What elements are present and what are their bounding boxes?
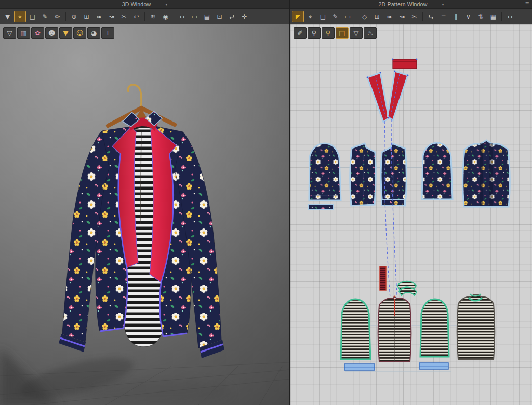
wind-icon[interactable]: ≋ (147, 11, 159, 22)
notch-icon[interactable]: ∨ (462, 11, 474, 22)
titlebar-3d: 3D Window ▾ (0, 0, 289, 9)
edit-curve-icon[interactable]: ✏ (51, 11, 63, 22)
pattern-piece-cuff-strip-right[interactable] (419, 363, 448, 369)
floral-pattern-pieces (309, 140, 510, 210)
shadow (0, 348, 231, 405)
toolbar-separator (422, 12, 423, 21)
garment-fit-icon[interactable]: ▼ (59, 27, 72, 39)
panel-3d-window: 3D Window ▾ ▼⌖□✎✏⊕⊞≈↝✂↩≋◉↔▭▤⊡⇄✛ ▽▦✿☻▼☺◕⊥ (0, 0, 289, 405)
steam-iron-icon[interactable]: ♨ (364, 27, 377, 39)
panel-2d-window: 2D Pattern Window ▾ ≣ ◤⌖□✎▭◇⊞≈↝✂⇆≡∥∨⇅▦↔ … (290, 0, 532, 405)
fold-arrangement-icon[interactable]: ↩ (130, 11, 142, 22)
pressure-icon[interactable]: ◉ (159, 11, 171, 22)
pattern-piece-neckband[interactable] (397, 281, 417, 295)
dart-icon[interactable]: ◇ (358, 11, 370, 22)
flatten-icon[interactable]: ▤ (201, 11, 213, 22)
edit-point-icon[interactable]: □ (317, 11, 329, 22)
pattern-piece-strip-a[interactable] (309, 205, 334, 210)
tack-icon[interactable]: ⊞ (81, 11, 92, 22)
pattern-piece-collar-band[interactable] (393, 59, 417, 69)
seam-icon[interactable]: ≈ (383, 11, 395, 22)
grid-snap-icon[interactable]: ⊡ (214, 11, 225, 22)
pattern-piece-shirt-back[interactable] (457, 294, 495, 360)
cloth-texture-icon[interactable]: ▦ (17, 27, 30, 39)
zoom-pen-icon[interactable]: ⚲ (308, 27, 321, 39)
pattern-piece-sleeve-left[interactable] (309, 143, 341, 200)
pattern-piece-cuff-strip-left[interactable] (344, 364, 375, 370)
toolbar-separator (501, 12, 502, 21)
grid-pattern-icon[interactable]: ⊞ (371, 11, 383, 22)
title-3d-window: 3D Window (122, 1, 151, 7)
title-2d-pattern-window: 2D Pattern Window (379, 1, 428, 7)
toolbar-separator (356, 12, 356, 21)
toolbar-3d-display: ▽▦✿☻▼☺◕⊥ (3, 27, 114, 39)
symmetry-icon[interactable]: ⇆ (425, 11, 437, 22)
pin-needle-icon[interactable]: ✐ (294, 27, 307, 39)
pattern-piece-shirt-sleeve-right[interactable] (420, 299, 449, 357)
titlebar-2d: 2D Pattern Window ▾ ≣ (290, 0, 532, 9)
pattern-piece-placket[interactable] (380, 266, 386, 290)
cut-icon[interactable]: ✂ (408, 11, 420, 22)
toolbar-2d-display: ✐⚲⚲▤▽♨ (294, 27, 377, 39)
swap-pattern-icon[interactable]: ⇄ (226, 11, 238, 22)
detach-sewing-icon[interactable]: ✂ (118, 11, 130, 22)
rectangle-tool-icon[interactable]: ▭ (342, 11, 354, 22)
dropdown-caret-icon[interactable]: ▾ (165, 2, 167, 7)
texture-edit-icon[interactable]: ▦ (487, 11, 499, 22)
striped-pattern-pieces (341, 294, 495, 370)
colorway-icon[interactable]: ✿ (31, 27, 44, 39)
magnifier-icon[interactable]: ⚲ (322, 27, 335, 39)
pin-icon[interactable]: ⊕ (68, 11, 80, 22)
swap-icon[interactable]: ⇅ (475, 11, 487, 22)
transform-pattern-icon[interactable]: ◤ (292, 11, 304, 22)
measure-stand-icon[interactable]: ⊥ (101, 27, 114, 39)
layers-icon[interactable]: ≡ (437, 11, 449, 22)
viewport-3d[interactable]: ▽▦✿☻▼☺◕⊥ (0, 24, 289, 405)
avatar-pose-icon[interactable]: ☺ (73, 27, 86, 39)
measure-2d-icon[interactable]: ↔ (504, 11, 516, 22)
ruler-icon[interactable]: ▭ (189, 11, 201, 22)
clo-3d-app: 3D Window ▾ ▼⌖□✎✏⊕⊞≈↝✂↩≋◉↔▭▤⊡⇄✛ ▽▦✿☻▼☺◕⊥ (0, 0, 532, 405)
simulate-icon[interactable]: ▼ (2, 11, 14, 22)
garment-3d[interactable] (59, 111, 224, 358)
pattern-piece-lapel-right[interactable] (388, 71, 408, 120)
shirt-display-icon[interactable]: ▽ (350, 27, 363, 39)
dropdown-caret-icon[interactable]: ▾ (442, 2, 444, 7)
pattern-piece-front-left[interactable] (350, 143, 376, 206)
edit-pattern-icon[interactable]: ⌖ (304, 11, 316, 22)
select-box-icon[interactable]: □ (26, 11, 38, 22)
toolbar-separator (65, 12, 66, 21)
viewport-2d[interactable]: ✐⚲⚲▤▽♨ (290, 24, 532, 405)
2d-pattern-scene (290, 24, 532, 405)
pen-3d-icon[interactable]: ✎ (39, 11, 51, 22)
pattern-piece-lapel-left[interactable] (367, 73, 389, 122)
fabric-folder-icon[interactable]: ▤ (336, 27, 349, 39)
pattern-piece-shirt-sleeve-left[interactable] (341, 299, 370, 359)
free-sewing-icon[interactable]: ↝ (105, 11, 117, 22)
add-point-icon[interactable]: ✎ (329, 11, 341, 22)
select-move-icon[interactable]: ⌖ (14, 11, 26, 22)
3d-scene (0, 24, 289, 405)
toolbar-3d-main: ▼⌖□✎✏⊕⊞≈↝✂↩≋◉↔▭▤⊡⇄✛ (0, 9, 289, 24)
parallel-line-icon[interactable]: ∥ (450, 11, 462, 22)
avatar-display-icon[interactable]: ☻ (45, 27, 58, 39)
pattern-piece-shirt-front[interactable] (378, 296, 411, 362)
toolbar-2d-main: ◤⌖□✎▭◇⊞≈↝✂⇆≡∥∨⇅▦↔ (290, 9, 532, 24)
toolbar-separator (144, 12, 145, 21)
head-display-icon[interactable]: ◕ (87, 27, 100, 39)
garment-display-icon[interactable]: ▽ (3, 27, 16, 39)
toolbar-separator (174, 12, 174, 21)
measure-tape-icon[interactable]: ↔ (176, 11, 188, 22)
free-seam-icon[interactable]: ↝ (396, 11, 408, 22)
panel-menu-icon[interactable]: ≣ (525, 1, 529, 6)
pattern-piece-back[interactable] (463, 140, 510, 207)
move-gizmo-icon[interactable]: ✛ (238, 11, 250, 22)
pattern-piece-sleeve-right[interactable] (422, 143, 453, 199)
segment-sewing-icon[interactable]: ≈ (93, 11, 105, 22)
